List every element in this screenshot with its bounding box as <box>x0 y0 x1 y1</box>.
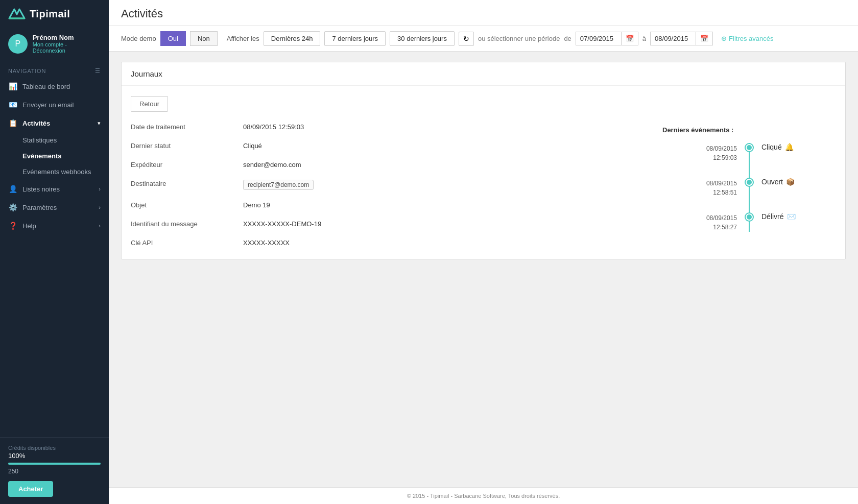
field-value-2: sender@demo.com <box>243 159 437 171</box>
field-label-3: Destinataire <box>131 178 243 192</box>
advanced-filter-link[interactable]: ⊕ Filtres avancés <box>721 35 773 42</box>
tl-event-label-1: Ouvert <box>761 178 783 186</box>
tl-dot-1 <box>746 179 753 186</box>
field-value-5: XXXXX-XXXXX-DEMO-19 <box>243 218 437 230</box>
sidebar-item-parametres[interactable]: ⚙️ Paramètres › <box>0 198 109 217</box>
tl-content-0: Cliqué 🔔 <box>749 143 836 151</box>
tl-event-label-2: Délivré <box>761 212 784 221</box>
field-value-3: recipient7@demo.com <box>243 178 437 192</box>
sidebar-sub-evenements[interactable]: Evénements <box>0 148 109 164</box>
nav-menu-icon: ☰ <box>95 67 101 74</box>
timeline: 08/09/2015 12:59:03 Cliqué 🔔 <box>662 143 836 232</box>
sidebar-item-label: Help <box>22 222 93 230</box>
field-value-6: XXXXX-XXXXX <box>243 237 437 249</box>
chevron-right-icon: › <box>99 204 101 210</box>
field-label-6: Clé API <box>131 237 243 249</box>
filter-icon: ⊕ <box>721 35 727 42</box>
field-label-1: Dernier statut <box>131 140 243 152</box>
gear-icon: ⚙️ <box>8 203 17 211</box>
page-title-area: Activités <box>109 0 858 26</box>
tl-content-1: Ouvert 📦 <box>749 178 836 186</box>
chevron-right-icon: › <box>99 186 101 192</box>
filter-30j-button[interactable]: 30 derniers jours <box>390 31 455 46</box>
field-label-4: Objet <box>131 199 243 211</box>
credits-label: Crédits disponibles <box>8 445 101 451</box>
back-button[interactable]: Retour <box>131 96 168 112</box>
field-label-0: Date de traitement <box>131 121 243 133</box>
field-value-4: Demo 19 <box>243 199 437 211</box>
mode-demo-label: Mode demo <box>121 35 156 42</box>
main-content: Activités Mode demo Oui Non Afficher les… <box>109 0 858 504</box>
tl-date-2: 08/09/2015 12:58:27 <box>662 212 749 232</box>
content-area: Journaux Retour Date de traitement 08/09… <box>109 52 858 487</box>
field-label-5: Identifiant du message <box>131 218 243 230</box>
a-label: à <box>642 35 646 42</box>
calendar-to-button[interactable]: 📅 <box>696 32 713 45</box>
sidebar-item-label: Envoyer un email <box>22 101 101 109</box>
filter-7j-button[interactable]: 7 derniers jours <box>324 31 386 46</box>
logo-area: Tipimail <box>0 0 109 28</box>
field-value-1: Cliqué <box>243 140 437 152</box>
toggle-oui-button[interactable]: Oui <box>160 31 186 46</box>
journaux-card: Journaux Retour Date de traitement 08/09… <box>121 62 846 259</box>
user-name: Prénom Nom <box>33 34 101 41</box>
sidebar-sub-statistiques[interactable]: Statistiques <box>0 132 109 148</box>
open-icon: 📦 <box>786 178 795 186</box>
ou-label: ou sélectionner une période <box>478 35 560 42</box>
credits-count: 250 <box>8 468 101 475</box>
filter-24h-button[interactable]: Dernières 24h <box>264 31 321 46</box>
user-account-link[interactable]: Mon compte - Déconnexion <box>33 41 101 54</box>
bell-icon: 🔔 <box>785 143 794 151</box>
recipient-tag: recipient7@demo.com <box>243 180 314 190</box>
card-body: Retour Date de traitement 08/09/2015 12:… <box>122 86 845 259</box>
activities-icon: 📋 <box>8 119 17 127</box>
user-area[interactable]: P Prénom Nom Mon compte - Déconnexion <box>0 28 109 60</box>
sidebar-item-label: Listes noires <box>22 185 93 193</box>
sidebar-item-tableau-de-bord[interactable]: 📊 Tableau de bord <box>0 77 109 95</box>
tl-date-1: 08/09/2015 12:58:51 <box>662 178 749 197</box>
afficher-les-label: Afficher les <box>227 35 259 42</box>
sidebar-item-help[interactable]: ❓ Help › <box>0 217 109 235</box>
credits-bar-background <box>8 463 101 465</box>
calendar-from-button[interactable]: 📅 <box>622 32 638 45</box>
timeline-section: Derniers événements : 08/09/2015 12:59:0… <box>662 121 836 249</box>
timeline-title: Derniers événements : <box>662 126 836 134</box>
date-from-input[interactable] <box>576 32 622 45</box>
sidebar-item-label: Paramètres <box>22 204 93 211</box>
logo-icon <box>8 7 26 20</box>
field-label-2: Expéditeur <box>131 159 243 171</box>
help-icon: ❓ <box>8 222 17 230</box>
sidebar-item-label: Tableau de bord <box>22 83 101 90</box>
chart-icon: 📊 <box>8 82 17 90</box>
sidebar-item-label: Activités <box>22 119 92 127</box>
sidebar-item-listes-noires[interactable]: 👤 Listes noires › <box>0 180 109 198</box>
detail-two-column: Date de traitement 08/09/2015 12:59:03 D… <box>131 121 836 249</box>
toggle-non-button[interactable]: Non <box>190 31 218 46</box>
detail-fields: Date de traitement 08/09/2015 12:59:03 D… <box>131 121 642 249</box>
credits-bar-fill <box>8 463 101 465</box>
timeline-item-0: 08/09/2015 12:59:03 Cliqué 🔔 <box>662 143 836 162</box>
card-header: Journaux <box>122 62 845 86</box>
logo-text: Tipimail <box>30 8 70 20</box>
filter-bar: Mode demo Oui Non Afficher les Dernières… <box>109 26 858 52</box>
sidebar-sub-evenements-webhooks[interactable]: Evénements webhooks <box>0 164 109 180</box>
footer: © 2015 - Tipimail - Sarbacane Software, … <box>109 487 858 504</box>
timeline-item-1: 08/09/2015 12:58:51 Ouvert 📦 <box>662 178 836 197</box>
tl-dot-2 <box>746 213 753 221</box>
page-title: Activités <box>121 7 846 20</box>
chevron-right-icon: › <box>99 223 101 229</box>
refresh-button[interactable]: ↻ <box>459 32 474 46</box>
buy-credits-button[interactable]: Acheter <box>8 481 53 497</box>
credits-percentage: 100% <box>8 452 101 460</box>
detail-grid: Date de traitement 08/09/2015 12:59:03 D… <box>131 121 437 249</box>
date-to-group: 📅 <box>650 32 713 45</box>
sidebar-item-activites[interactable]: 📋 Activités ▾ <box>0 114 109 132</box>
tl-content-2: Délivré ✉️ <box>749 212 836 221</box>
tl-event-label-0: Cliqué <box>761 143 782 151</box>
tl-date-0: 08/09/2015 12:59:03 <box>662 143 749 162</box>
credits-area: Crédits disponibles 100% 250 Acheter <box>0 437 109 504</box>
sidebar-item-envoyer-email[interactable]: 📧 Envoyer un email <box>0 95 109 114</box>
nav-section-label: Navigation ☰ <box>0 60 109 77</box>
date-to-input[interactable] <box>650 32 696 45</box>
field-value-0: 08/09/2015 12:59:03 <box>243 121 437 133</box>
